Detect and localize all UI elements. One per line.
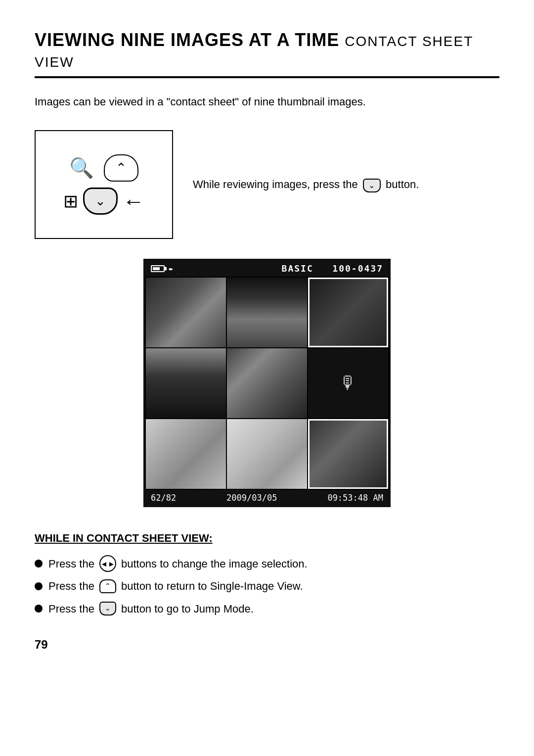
cs-date: 2009/03/05 bbox=[226, 493, 277, 503]
thumb-9 bbox=[308, 419, 388, 489]
cs-footer: 62/82 2009/03/05 09:53:48 AM bbox=[145, 490, 389, 506]
bullet-2-suffix: button to return to Single-Image View. bbox=[121, 577, 303, 595]
chevron-down-icon: ⌄ bbox=[95, 193, 106, 209]
battery-icon bbox=[151, 265, 165, 272]
contact-sheet-wrapper: ⇴ BASIC 100-0437 🎙 62/82 2009/03 bbox=[35, 259, 499, 507]
bullet-icon bbox=[35, 605, 43, 613]
thumb-4 bbox=[146, 348, 226, 418]
magnify-icon: 🔍 bbox=[69, 156, 94, 180]
down-button-diagram: ⌄ bbox=[83, 188, 118, 215]
bullet-icon bbox=[35, 582, 43, 590]
cs-header: ⇴ BASIC 100-0437 bbox=[145, 260, 389, 277]
list-item: Press the ◄► buttons to change the image… bbox=[35, 555, 499, 573]
cs-grid: 🎙 bbox=[145, 277, 389, 490]
list-item: Press the ⌄ button to go to Jump Mode. bbox=[35, 600, 499, 618]
bullet-3-suffix: button to go to Jump Mode. bbox=[121, 600, 254, 618]
page-number: 79 bbox=[35, 638, 499, 652]
camera-diagram: 🔍 ⌃ ⊞ ⌄ ← bbox=[35, 130, 173, 239]
cs-title: BASIC 100-0437 bbox=[282, 263, 383, 274]
down-button-inline: ⌄ bbox=[363, 179, 381, 192]
down-button-inline-2: ⌄ bbox=[99, 602, 116, 615]
cs-frame-count: 62/82 bbox=[151, 493, 176, 503]
thumb-1 bbox=[146, 278, 226, 347]
thumb-6: 🎙 bbox=[308, 348, 388, 418]
thumb-8 bbox=[227, 419, 307, 489]
page-title: VIEWING NINE IMAGES AT A TIME CONTACT SH… bbox=[35, 30, 499, 78]
diagram-top-row: 🔍 ⌃ bbox=[69, 154, 138, 182]
thumb-7 bbox=[146, 419, 226, 489]
diagram-bottom-row: ⊞ ⌄ ← bbox=[63, 188, 144, 215]
top-section: 🔍 ⌃ ⊞ ⌄ ← While reviewing images, press … bbox=[35, 130, 499, 239]
lr-button: ◄► bbox=[99, 555, 116, 572]
while-reviewing-suffix: button. bbox=[386, 178, 419, 190]
bullet-list: Press the ◄► buttons to change the image… bbox=[35, 555, 499, 618]
bullet-1-prefix: Press the bbox=[48, 555, 94, 573]
chevron-up-icon: ⌃ bbox=[116, 160, 127, 176]
intro-paragraph: Images can be viewed in a "contact sheet… bbox=[35, 93, 499, 110]
instruction-text: While reviewing images, press the ⌄ butt… bbox=[193, 175, 499, 193]
list-item: Press the ⌃ button to return to Single-I… bbox=[35, 577, 499, 595]
grid-icon: ⊞ bbox=[63, 191, 78, 212]
cs-grid-label: ⇴ bbox=[169, 265, 173, 273]
bullet-icon bbox=[35, 560, 43, 567]
thumb-3 bbox=[308, 278, 388, 347]
cs-header-left: ⇴ bbox=[151, 265, 173, 273]
bullet-3-prefix: Press the bbox=[48, 600, 94, 618]
bullet-2-prefix: Press the bbox=[48, 577, 94, 595]
thumb-5 bbox=[227, 348, 307, 418]
contact-sheet-preview: ⇴ BASIC 100-0437 🎙 62/82 2009/03 bbox=[143, 259, 391, 507]
arrow-left-icon: ← bbox=[123, 189, 144, 214]
cs-time: 09:53:48 AM bbox=[327, 493, 383, 503]
section-heading: WHILE IN CONTACT SHEET VIEW: bbox=[35, 532, 499, 545]
diagram-inner: 🔍 ⌃ ⊞ ⌄ ← bbox=[63, 154, 144, 215]
up-button-diagram: ⌃ bbox=[104, 154, 138, 182]
bullet-1-suffix: buttons to change the image selection. bbox=[121, 555, 308, 573]
up-button-inline: ⌃ bbox=[99, 579, 116, 593]
mic-icon: 🎙 bbox=[339, 373, 357, 393]
thumb-2 bbox=[227, 278, 307, 347]
while-reviewing-text: While reviewing images, press the bbox=[193, 178, 358, 190]
